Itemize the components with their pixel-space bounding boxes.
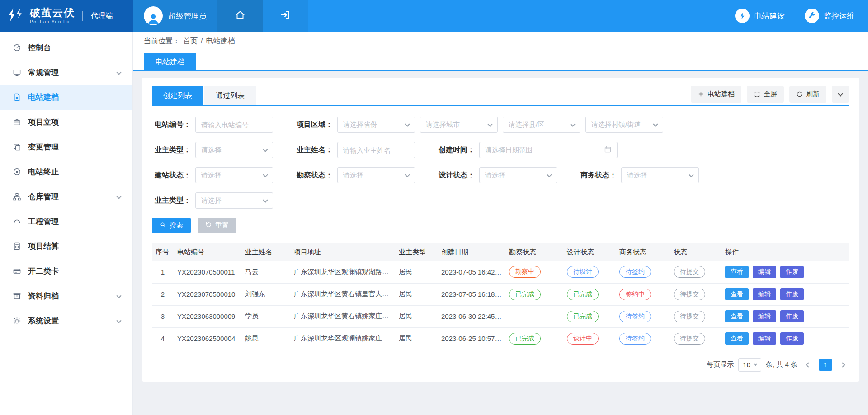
nav-station-build[interactable]: 电站建设 (735, 9, 785, 23)
breadcrumb-separator: / (201, 37, 203, 45)
cell-design-status: 已完成 (563, 283, 616, 305)
design-status-select[interactable]: 请选择 (479, 167, 557, 183)
void-button[interactable]: 作废 (780, 288, 804, 300)
void-button[interactable]: 作废 (780, 266, 804, 278)
cell-address: 广东深圳龙华区观澜镇姚家庄… (290, 327, 395, 350)
sidebar-item-1[interactable]: 控制台 (0, 35, 132, 60)
survey-status-select[interactable]: 请选择 (337, 167, 415, 183)
reset-button[interactable]: 重置 (198, 218, 236, 233)
view-button[interactable]: 查看 (725, 310, 749, 322)
cell-index: 4 (152, 327, 174, 350)
chevron-down-icon (405, 121, 410, 126)
user-name: 超级管理员 (168, 11, 207, 21)
column-header: 操作 (722, 243, 849, 261)
select-placeholder: 请选择村镇/街道 (591, 121, 641, 129)
refresh-button[interactable]: 刷新 (789, 86, 826, 103)
fullscreen-button[interactable]: 全屏 (747, 86, 784, 103)
owner-name-input[interactable] (337, 142, 415, 158)
county-select[interactable]: 请选择县/区 (503, 117, 580, 133)
prev-page-button[interactable] (802, 359, 815, 371)
sidebar-item-6[interactable]: 电站终止 (0, 159, 132, 184)
briefcase-icon (13, 118, 21, 126)
filter-owner-type-2: 业主类型： 请选择 (152, 192, 273, 209)
card-icon (13, 267, 21, 275)
sidebar: 控制台常规管理电站建档项目立项变更管理电站终止仓库管理工程管理项目结算开二类卡资… (0, 32, 133, 415)
logo-text: 破茧云伏 Po Jian Yun Fu (30, 8, 75, 24)
chevron-down-icon (754, 362, 757, 366)
sidebar-item-4[interactable]: 项目立项 (0, 110, 132, 135)
sidebar-item-9[interactable]: 项目结算 (0, 234, 132, 259)
status-badge: 待签约 (619, 333, 651, 345)
logout-button[interactable] (263, 0, 308, 32)
edit-button[interactable]: 编辑 (753, 266, 776, 278)
filter-owner-type: 业主类型： 请选择 (152, 142, 273, 158)
select-placeholder: 请选择 (201, 146, 222, 154)
build-status-select[interactable]: 请选择 (195, 167, 273, 183)
cell-address: 广东深圳龙华区黄石镇皇官大… (290, 283, 395, 305)
cell-address: 广东深圳龙华区黄石镇姚家庄… (290, 305, 395, 327)
filter-owner-name: 业主姓名： (294, 142, 415, 158)
chevron-down-icon (117, 295, 121, 298)
view-button[interactable]: 查看 (725, 266, 749, 278)
next-page-button[interactable] (836, 359, 849, 371)
doc-icon (13, 93, 21, 102)
province-select[interactable]: 请选择省份 (337, 117, 415, 133)
sidebar-item-10[interactable]: 开二类卡 (0, 259, 132, 284)
collapse-filters-button[interactable] (832, 86, 849, 103)
nav-monitor-ops[interactable]: 监控运维 (805, 9, 854, 23)
monitor-icon (13, 68, 21, 77)
page-tab-station-archive[interactable]: 电站建档 (144, 53, 196, 70)
date-range-input[interactable]: 请选择日期范围 (479, 142, 618, 158)
edit-button[interactable]: 编辑 (753, 288, 776, 300)
home-icon (235, 9, 245, 22)
owner-type-2-select[interactable]: 请选择 (195, 192, 273, 209)
sidebar-item-7[interactable]: 仓库管理 (0, 184, 132, 209)
view-button[interactable]: 查看 (725, 288, 749, 300)
add-station-button[interactable]: 电站建档 (691, 86, 741, 103)
cell-owner-type: 居民 (395, 261, 438, 283)
sidebar-item-8[interactable]: 工程管理 (0, 209, 132, 234)
owner-type-select[interactable]: 请选择 (195, 142, 273, 158)
cell-actions: 查看编辑作废 (722, 283, 849, 305)
business-status-select[interactable]: 请选择 (621, 167, 699, 183)
filter-label: 勘察状态： (294, 171, 333, 180)
view-button[interactable]: 查看 (725, 332, 749, 345)
per-page-select[interactable]: 10 (738, 358, 761, 372)
status-badge: 待设计 (567, 266, 599, 278)
breadcrumb-current: 电站建档 (206, 37, 235, 46)
edit-button[interactable]: 编辑 (753, 310, 776, 322)
city-select[interactable]: 请选择城市 (420, 117, 498, 133)
sidebar-item-12[interactable]: 系统设置 (0, 308, 132, 333)
agent-side-label: 代理端 (91, 11, 113, 21)
chevron-down-icon (117, 320, 121, 322)
filter-label: 电站编号： (152, 120, 191, 130)
sidebar-item-11[interactable]: 资料归档 (0, 284, 132, 308)
search-label: 搜索 (170, 221, 183, 230)
sidebar-item-2[interactable]: 常规管理 (0, 60, 132, 85)
page-1-button[interactable]: 1 (819, 359, 832, 371)
column-header: 商务状态 (616, 243, 670, 261)
station-table: 序号电站编号业主姓名项目地址业主类型创建日期勘察状态设计状态商务状态状态操作 1… (152, 243, 849, 350)
cell-status: 待提交 (670, 327, 722, 350)
breadcrumb-home-link[interactable]: 首页 (183, 37, 198, 46)
status-badge: 已完成 (567, 289, 599, 300)
tab-passed-list[interactable]: 通过列表 (204, 86, 256, 105)
chevron-down-icon (838, 91, 843, 96)
sidebar-item-label: 控制台 (28, 42, 51, 53)
select-placeholder: 请选择县/区 (509, 121, 544, 129)
void-button[interactable]: 作废 (780, 332, 804, 345)
sidebar-item-5[interactable]: 变更管理 (0, 135, 132, 159)
sidebar-item-3[interactable]: 电站建档 (0, 85, 132, 110)
cell-design-status: 设计中 (563, 327, 616, 350)
sidebar-item-label: 电站建档 (28, 92, 59, 103)
void-button[interactable]: 作废 (780, 310, 804, 322)
pagination: 每页显示 10 条, 共 4 条 1 (152, 358, 849, 372)
station-no-input[interactable] (195, 117, 273, 133)
home-button[interactable] (217, 0, 263, 32)
total-count-label: 条, 共 4 条 (766, 360, 797, 369)
user-menu[interactable]: 超级管理员 (133, 0, 217, 32)
tab-create-list[interactable]: 创建列表 (152, 86, 203, 105)
edit-button[interactable]: 编辑 (753, 332, 776, 345)
search-button[interactable]: 搜索 (152, 218, 191, 233)
town-select[interactable]: 请选择村镇/街道 (585, 117, 663, 133)
